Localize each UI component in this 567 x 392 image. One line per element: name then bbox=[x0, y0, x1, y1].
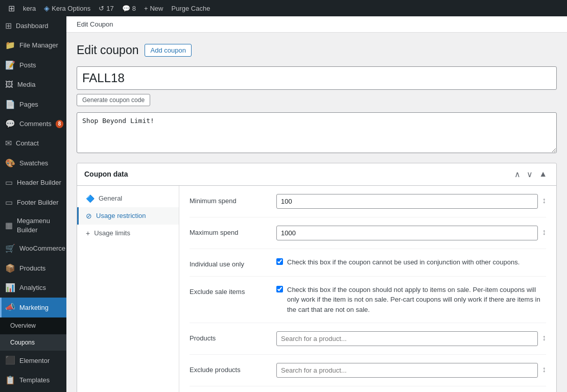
sidebar-item-header-builder[interactable]: ▭ Header Builder bbox=[0, 173, 66, 192]
sidebar-item-overview[interactable]: Overview bbox=[0, 317, 66, 334]
sidebar-item-templates[interactable]: 📋 Templates bbox=[0, 371, 66, 390]
sidebar-item-media[interactable]: 🖼 Media bbox=[0, 75, 66, 94]
dashboard-icon: ⊞ bbox=[5, 20, 12, 32]
minimum-spend-icon: ↕ bbox=[542, 194, 546, 205]
sidebar-item-essential-addons[interactable]: ⬛ Essential Addons bbox=[0, 390, 66, 392]
coupon-data-header: Coupon data ∧ ∨ ▲ bbox=[77, 163, 556, 186]
products-input[interactable] bbox=[276, 331, 538, 346]
products-label: Products bbox=[190, 331, 276, 342]
page-title: Edit coupon bbox=[77, 43, 138, 58]
analytics-icon: 📊 bbox=[5, 282, 15, 293]
field-minimum-spend: Minimum spend ↕ bbox=[190, 194, 546, 217]
sidebar-item-elementor[interactable]: ⬛ Elementor bbox=[0, 351, 66, 370]
sidebar-item-contact[interactable]: ✉ Contact bbox=[0, 134, 66, 153]
exclude-products-input[interactable] bbox=[276, 363, 538, 378]
site-name: kera bbox=[23, 5, 36, 12]
marketing-icon: 📣 bbox=[5, 302, 15, 313]
wordpress-icon: ⊞ bbox=[8, 4, 15, 13]
usage-restriction-tab-icon: ⊘ bbox=[86, 212, 92, 220]
revisions-count: 17 bbox=[106, 5, 113, 12]
sidebar-item-dashboard[interactable]: ⊞ Dashboard bbox=[0, 16, 66, 36]
elementor-icon: ⬛ bbox=[5, 355, 15, 366]
toggle-box-button[interactable]: ▲ bbox=[537, 168, 549, 180]
exclude-products-icon: ↕ bbox=[542, 363, 546, 374]
maximum-spend-input[interactable] bbox=[276, 226, 538, 240]
sidebar-item-swatches[interactable]: 🎨 Swatches bbox=[0, 154, 66, 173]
comments-sidebar-icon: 💬 bbox=[5, 118, 15, 130]
contact-icon: ✉ bbox=[5, 138, 12, 149]
products-icon: 📦 bbox=[5, 263, 15, 274]
sidebar-item-file-manager[interactable]: 📁 File Manager bbox=[0, 36, 66, 55]
file-manager-icon: 📁 bbox=[5, 40, 15, 51]
sidebar-item-woocommerce[interactable]: 🛒 WooCommerce bbox=[0, 239, 66, 258]
sidebar-label-posts: Posts bbox=[19, 61, 36, 70]
tab-usage-restriction[interactable]: ⊘ Usage restriction bbox=[77, 207, 179, 225]
sidebar-item-coupons[interactable]: Coupons bbox=[0, 334, 66, 351]
sidebar-item-footer-builder[interactable]: ▭ Footer Builder bbox=[0, 193, 66, 212]
field-maximum-spend: Maximum spend ↕ bbox=[190, 226, 546, 249]
minimum-spend-input[interactable] bbox=[276, 194, 538, 209]
content-area: Edit coupon Add coupon Generate coupon c… bbox=[66, 33, 567, 392]
coupons-label: Coupons bbox=[10, 338, 35, 347]
sidebar-label-comments: Comments bbox=[19, 119, 52, 129]
revisions-item[interactable]: ↺ 17 bbox=[94, 0, 117, 16]
tab-usage-restriction-label: Usage restriction bbox=[96, 212, 146, 219]
exclude-sale-checkbox[interactable] bbox=[276, 286, 283, 292]
comments-count: 8 bbox=[132, 5, 136, 12]
new-item[interactable]: + New bbox=[140, 0, 168, 16]
header-builder-icon: ▭ bbox=[5, 177, 13, 188]
posts-icon: 📝 bbox=[5, 60, 15, 71]
comments-badge: 8 bbox=[56, 120, 64, 128]
comments-item[interactable]: 💬 8 bbox=[118, 0, 140, 16]
kera-options-item[interactable]: ◈ Kera Options bbox=[40, 0, 94, 16]
exclude-products-label: Exclude products bbox=[190, 363, 276, 374]
sidebar-label-templates: Templates bbox=[19, 376, 50, 385]
maximum-spend-input-area: ↕ bbox=[276, 226, 546, 240]
exclude-sale-checkbox-row: Check this box if the coupon should not … bbox=[276, 285, 546, 315]
individual-use-label: Individual use only bbox=[190, 257, 276, 268]
exclude-products-input-area: ↕ bbox=[276, 363, 546, 378]
sidebar-label-contact: Contact bbox=[16, 139, 39, 148]
field-exclude-products: Exclude products ↕ bbox=[190, 363, 546, 386]
tab-usage-limits-label: Usage limits bbox=[94, 229, 130, 237]
megamenu-icon: ▦ bbox=[5, 220, 13, 231]
tab-content-usage-restriction: Minimum spend ↕ Maximum spend ↕ bbox=[179, 186, 556, 392]
sidebar-label-analytics: Analytics bbox=[19, 283, 46, 292]
exclude-sale-label: Exclude sale items bbox=[190, 285, 276, 296]
sidebar-item-posts[interactable]: 📝 Posts bbox=[0, 56, 66, 75]
collapse-up-button[interactable]: ∧ bbox=[512, 168, 523, 180]
main-content: Edit Coupon Edit coupon Add coupon Gener… bbox=[66, 16, 567, 392]
wp-logo[interactable]: ⊞ bbox=[4, 0, 19, 16]
new-label: New bbox=[150, 5, 163, 12]
add-coupon-button[interactable]: Add coupon bbox=[145, 44, 191, 57]
purge-cache-item[interactable]: Purge Cache bbox=[167, 0, 214, 16]
sidebar-label-elementor: Elementor bbox=[19, 356, 50, 365]
kera-options-label: Kera Options bbox=[52, 5, 90, 12]
coupon-code-input[interactable] bbox=[77, 66, 557, 90]
sidebar-label-swatches: Swatches bbox=[19, 159, 48, 168]
maximum-spend-label: Maximum spend bbox=[190, 226, 276, 236]
revisions-icon: ↺ bbox=[99, 5, 104, 12]
kera-options-icon: ◈ bbox=[44, 4, 50, 12]
exclude-sale-input-area: Check this box if the coupon should not … bbox=[276, 285, 546, 315]
individual-use-checkbox[interactable] bbox=[276, 258, 283, 265]
sidebar-item-pages[interactable]: 📄 Pages bbox=[0, 95, 66, 114]
sidebar-item-megamenu[interactable]: ▦ Megamenu Builder bbox=[0, 212, 66, 239]
sidebar-item-analytics[interactable]: 📊 Analytics bbox=[0, 278, 66, 298]
tab-usage-limits[interactable]: + Usage limits bbox=[77, 225, 179, 242]
generate-coupon-button[interactable]: Generate coupon code bbox=[77, 94, 150, 106]
sidebar-item-comments[interactable]: 💬 Comments 8 bbox=[0, 114, 66, 134]
sidebar-item-products[interactable]: 📦 Products bbox=[0, 259, 66, 278]
exclude-sale-checkbox-label: Check this box if the coupon should not … bbox=[287, 285, 546, 315]
page-title-row: Edit coupon Add coupon bbox=[77, 43, 557, 58]
overview-label: Overview bbox=[10, 322, 36, 330]
coupon-description-textarea[interactable]: Shop Beyond Limit! bbox=[77, 112, 557, 153]
individual-use-checkbox-label: Check this box if the coupon cannot be u… bbox=[287, 257, 519, 267]
tab-general[interactable]: 🔷 General bbox=[77, 190, 179, 207]
minimum-spend-label: Minimum spend bbox=[190, 194, 276, 205]
sidebar-item-marketing[interactable]: 📣 Marketing bbox=[0, 298, 66, 317]
collapse-down-button[interactable]: ∨ bbox=[525, 168, 535, 180]
site-name-item[interactable]: kera bbox=[19, 0, 40, 16]
coupon-tabs: 🔷 General ⊘ Usage restriction + Usage li… bbox=[77, 186, 179, 392]
page-header-title: Edit Coupon bbox=[77, 20, 113, 28]
